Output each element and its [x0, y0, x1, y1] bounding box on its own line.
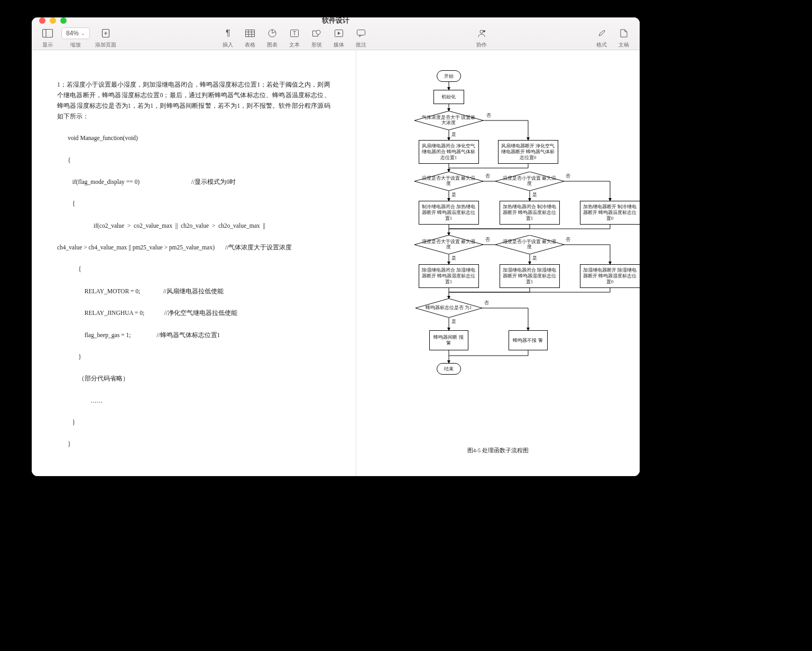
svg-text:T: T [293, 31, 296, 36]
fc-end: 结束 [437, 363, 461, 375]
zoom-label: 缩放 [70, 41, 81, 49]
body-paragraph: 1；若湿度小于设置最小湿度，则加湿继电器闭合，蜂鸣器湿度标志位置1；若处于阈值之… [57, 79, 330, 122]
comment-icon [357, 27, 365, 40]
chart-icon [268, 27, 276, 40]
fc-init: 初始化 [433, 90, 464, 104]
table-icon [245, 27, 255, 40]
fc-gas-no: 风扇继电器断开 净化空气继电器断开 蜂鸣器气体标志位置0 [498, 140, 558, 164]
svg-rect-17 [357, 30, 365, 35]
titlebar: 软件设计 [32, 17, 640, 24]
fc-decision-hum-low: 湿度是否小于设置 最大湿度 [495, 235, 564, 254]
fc-decision-hum-high: 湿度是否大于设置 最大湿度 [414, 235, 483, 254]
table-button[interactable]: 表格 [239, 26, 261, 50]
fc-start: 开始 [437, 70, 461, 82]
fc-gas-yes: 风扇继电器闭合 净化空气继电器闭合 蜂鸣器气体标志位置1 [419, 140, 479, 164]
view-label: 显示 [42, 41, 53, 49]
zoom-value: 84% [66, 30, 79, 37]
code-block: void Manage_function(void) { if(flag_mod… [57, 122, 330, 472]
fc-temp-c: 加热继电器断开 制冷继电器断开 蜂鸣器温度标志位置0 [580, 201, 640, 225]
toolbar: 显示 84% ⌄ 缩放 添加页面 ¶ [32, 24, 640, 50]
fc-decision-temp-low: 温度是否小于设置 最大温度 [495, 172, 564, 191]
chevron-down-icon: ⌄ [81, 31, 85, 36]
figure-caption: 图4-5 处理函数子流程图 [362, 445, 635, 455]
fc-hum-b: 加湿继电器闭合 除湿继电器断开 蜂鸣器湿度标志位置1 [500, 264, 560, 288]
pilcrow-icon: ¶ [226, 27, 230, 40]
collaborate-icon [477, 27, 486, 40]
media-icon [335, 27, 343, 40]
comment-button[interactable]: 批注 [350, 26, 372, 50]
insert-button[interactable]: ¶ 插入 [217, 26, 238, 50]
sidebar-icon [42, 27, 53, 40]
svg-marker-16 [338, 32, 340, 35]
media-button[interactable]: 媒体 [328, 26, 349, 50]
svg-rect-5 [246, 30, 255, 37]
svg-rect-0 [43, 30, 53, 38]
fc-temp-b: 加热继电器闭合 制冷继电器断开 蜂鸣器温度标志位置1 [500, 201, 560, 225]
document-icon [620, 27, 628, 40]
collaborate-button[interactable]: 协作 [471, 26, 492, 50]
svg-point-14 [316, 30, 320, 34]
fc-beep-no: 蜂鸣器不报 警 [509, 330, 548, 350]
app-window: 软件设计 显示 84% ⌄ 缩放 [32, 17, 640, 476]
svg-point-19 [483, 30, 485, 32]
document-button[interactable]: 文稿 [613, 26, 634, 50]
text-button[interactable]: T 文本 [284, 26, 305, 50]
shape-icon [312, 27, 321, 40]
page-right: 开始 初始化 气体浓度是否大于 设置最大浓度 否 是 风扇继电器闭合 净化空气继… [356, 50, 640, 476]
page-left: 1；若湿度小于设置最小湿度，则加湿继电器闭合，蜂鸣器湿度标志位置1；若处于阈值之… [32, 50, 356, 476]
add-page-label: 添加页面 [95, 41, 116, 49]
plus-page-icon [101, 27, 110, 40]
traffic-lights [39, 17, 67, 24]
document-content[interactable]: 1；若湿度小于设置最小湿度，则加湿继电器闭合，蜂鸣器湿度标志位置1；若处于阈值之… [32, 50, 640, 476]
maximize-icon[interactable] [60, 17, 67, 24]
fc-temp-a: 制冷继电器闭合 加热继电器断开 蜂鸣器温度标志位置1 [419, 201, 479, 225]
format-button[interactable]: 格式 [591, 26, 612, 50]
zoom-dropdown[interactable]: 84% ⌄ 缩放 [59, 26, 92, 50]
fc-hum-a: 除湿继电器闭合 加湿继电器断开 蜂鸣器湿度标志位置1 [419, 264, 479, 288]
svg-point-18 [480, 30, 483, 33]
text-icon: T [290, 27, 299, 40]
close-icon[interactable] [39, 17, 45, 24]
fc-decision-temp-high: 温度是否大于设置 最大温度 [414, 172, 483, 191]
fc-decision-beep: 蜂鸣器标志位是否 为1 [416, 299, 482, 318]
fc-hum-c: 加湿继电器断开 除湿继电器断开 蜂鸣器湿度标志位置0 [580, 264, 640, 288]
shape-button[interactable]: 形状 [306, 26, 327, 50]
fc-beep-yes: 蜂鸣器间断 报警 [429, 330, 468, 350]
chart-button[interactable]: 图表 [262, 26, 283, 50]
view-button[interactable]: 显示 [37, 26, 58, 50]
minimize-icon[interactable] [50, 17, 56, 24]
add-page-button[interactable]: 添加页面 [93, 26, 118, 50]
brush-icon [597, 27, 606, 40]
flowchart: 开始 初始化 气体浓度是否大于 设置最大浓度 否 是 风扇继电器闭合 净化空气继… [362, 61, 635, 441]
fc-decision-gas: 气体浓度是否大于 设置最大浓度 [414, 111, 483, 130]
